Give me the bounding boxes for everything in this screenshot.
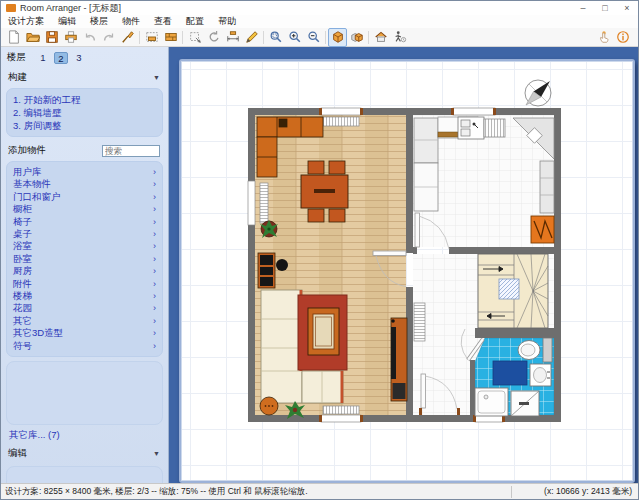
category-item[interactable]: 用户库› bbox=[13, 166, 156, 178]
oven[interactable] bbox=[531, 216, 554, 243]
category-item[interactable]: 其它› bbox=[13, 315, 156, 327]
category-item[interactable]: 椅子› bbox=[13, 216, 156, 228]
save-icon[interactable] bbox=[42, 28, 61, 47]
bath-rug[interactable] bbox=[493, 361, 527, 385]
build-step-link[interactable]: 2. 编辑墙壁 bbox=[13, 106, 156, 119]
add-objects-header: 添加物件 bbox=[1, 139, 168, 159]
menu-item[interactable]: 设计方案 bbox=[1, 15, 51, 28]
open-icon[interactable] bbox=[23, 28, 42, 47]
more-libraries-link[interactable]: 其它库... (7) bbox=[1, 425, 168, 442]
drawing-canvas[interactable] bbox=[169, 47, 639, 485]
category-item[interactable]: 附件› bbox=[13, 278, 156, 290]
zoom-selection-icon[interactable] bbox=[266, 28, 285, 47]
category-item[interactable]: 桌子› bbox=[13, 228, 156, 240]
category-item[interactable]: 门口和窗户› bbox=[13, 191, 156, 203]
search-input[interactable] bbox=[102, 145, 160, 157]
category-item[interactable]: 厨房› bbox=[13, 265, 156, 277]
chevron-right-icon: › bbox=[153, 191, 156, 203]
staircase[interactable] bbox=[478, 254, 548, 328]
round-table[interactable] bbox=[276, 259, 288, 271]
category-item[interactable]: 卧室› bbox=[13, 253, 156, 265]
toolbar bbox=[1, 28, 638, 47]
walk-through-icon[interactable] bbox=[390, 28, 409, 47]
chevron-right-icon: › bbox=[153, 327, 156, 339]
compass-icon[interactable] bbox=[525, 80, 551, 106]
category-item[interactable]: 浴室› bbox=[13, 240, 156, 252]
zoom-out-icon[interactable] bbox=[304, 28, 323, 47]
menu-bar: 设计方案编辑楼层物件查看配置帮助 bbox=[1, 15, 638, 28]
print-icon[interactable] bbox=[61, 28, 80, 47]
sink-unit[interactable] bbox=[458, 117, 484, 139]
category-item[interactable]: 橱柜› bbox=[13, 203, 156, 215]
wall-pattern-icon[interactable] bbox=[161, 28, 180, 47]
category-item[interactable]: 基本物件› bbox=[13, 178, 156, 190]
chevron-right-icon: › bbox=[153, 203, 156, 215]
category-item[interactable]: 花园› bbox=[13, 302, 156, 314]
pointer-icon[interactable] bbox=[594, 28, 613, 47]
category-label: 卧室 bbox=[13, 253, 32, 265]
menu-item[interactable]: 配置 bbox=[179, 15, 211, 28]
objects-3d-icon[interactable] bbox=[347, 28, 366, 47]
status-bar: 设计方案: 8255 × 8400 毫米, 楼层: 2/3 -- 缩放: 75%… bbox=[1, 483, 638, 499]
maximize-button[interactable]: □ bbox=[594, 2, 616, 14]
category-label: 椅子 bbox=[13, 216, 32, 228]
washing-machine[interactable] bbox=[511, 391, 539, 416]
dimensions-icon[interactable] bbox=[223, 28, 242, 47]
status-plan-info: 设计方案: 8255 × 8400 毫米, 楼层: 2/3 -- 缩放: 75%… bbox=[1, 486, 511, 498]
floor-tab-2[interactable]: 2 bbox=[54, 52, 68, 64]
washbasin[interactable] bbox=[530, 364, 551, 386]
coffee-table[interactable] bbox=[308, 308, 339, 355]
floor-tab-1[interactable]: 1 bbox=[36, 52, 50, 64]
zoom-in-icon[interactable] bbox=[285, 28, 304, 47]
close-button[interactable]: × bbox=[616, 2, 638, 14]
right-wall-cabinets[interactable] bbox=[540, 161, 554, 213]
menu-item[interactable]: 帮助 bbox=[211, 15, 243, 28]
category-label: 浴室 bbox=[13, 240, 32, 252]
category-item[interactable]: 楼梯› bbox=[13, 290, 156, 302]
shower-tray[interactable] bbox=[475, 388, 508, 416]
category-item[interactable]: 符号› bbox=[13, 340, 156, 352]
drainer[interactable] bbox=[484, 119, 505, 137]
minimize-button[interactable]: – bbox=[572, 2, 594, 14]
build-header[interactable]: 构建 ▼ bbox=[1, 66, 168, 86]
edit-header[interactable]: 编辑 ▼ bbox=[1, 442, 168, 462]
floor-tab-3[interactable]: 3 bbox=[72, 52, 86, 64]
new-icon[interactable] bbox=[4, 28, 23, 47]
category-label: 附件 bbox=[13, 278, 32, 290]
about-icon[interactable] bbox=[613, 28, 632, 47]
home-3d-icon[interactable] bbox=[371, 28, 390, 47]
redo-icon[interactable] bbox=[99, 28, 118, 47]
draw-icon[interactable] bbox=[242, 28, 261, 47]
menu-item[interactable]: 物件 bbox=[115, 15, 147, 28]
build-step-link[interactable]: 3. 房间调整 bbox=[13, 119, 156, 132]
view-3d-icon[interactable] bbox=[328, 28, 347, 47]
chevron-right-icon: › bbox=[153, 340, 156, 352]
plan-page[interactable] bbox=[179, 59, 635, 483]
collapse-caret-icon[interactable]: ▼ bbox=[153, 450, 160, 457]
undo-icon[interactable] bbox=[80, 28, 99, 47]
category-label: 厨房 bbox=[13, 265, 32, 277]
tv-cabinet[interactable] bbox=[391, 318, 407, 401]
paint-brush-icon[interactable] bbox=[118, 28, 137, 47]
menu-item[interactable]: 查看 bbox=[147, 15, 179, 28]
toilet[interactable] bbox=[518, 338, 552, 362]
build-steps-panel: 1. 开始新的工程2. 编辑墙壁3. 房间调整 bbox=[6, 88, 163, 137]
menu-item[interactable]: 楼层 bbox=[83, 15, 115, 28]
rotate-icon[interactable] bbox=[204, 28, 223, 47]
tall-cabinets[interactable] bbox=[414, 118, 438, 211]
side-table[interactable] bbox=[260, 397, 278, 415]
collapse-caret-icon[interactable]: ▼ bbox=[153, 74, 160, 81]
chevron-right-icon: › bbox=[153, 253, 156, 265]
edit-walls-icon[interactable] bbox=[142, 28, 161, 47]
menu-item[interactable]: 编辑 bbox=[51, 15, 83, 28]
chevron-right-icon: › bbox=[153, 278, 156, 290]
empty-panel bbox=[6, 361, 163, 425]
transform-icon[interactable] bbox=[185, 28, 204, 47]
category-item[interactable]: 其它3D造型› bbox=[13, 327, 156, 339]
chevron-right-icon: › bbox=[153, 178, 156, 190]
dining-table[interactable] bbox=[301, 175, 348, 208]
build-step-link[interactable]: 1. 开始新的工程 bbox=[13, 93, 156, 106]
category-label: 其它 bbox=[13, 315, 32, 327]
wall-shelf[interactable] bbox=[258, 253, 275, 288]
chevron-right-icon: › bbox=[153, 240, 156, 252]
